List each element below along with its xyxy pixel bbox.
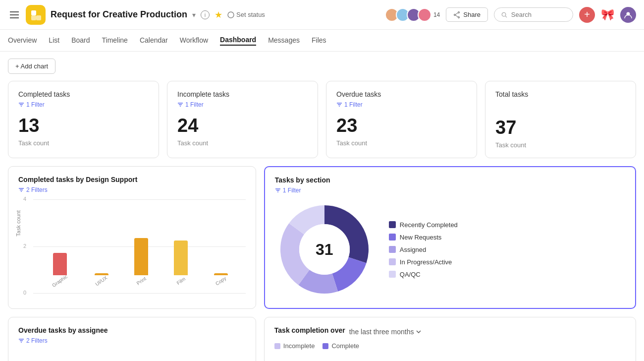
dashboard: Completed tasks 1 Filter 13 Task count I… xyxy=(0,81,644,361)
share-button[interactable]: Share xyxy=(446,7,488,22)
completion-label-incomplete: Incomplete xyxy=(283,342,315,350)
overdue-assignee-card: Overdue tasks by assignee 2 Filters xyxy=(8,317,256,361)
stat-card-incomplete-filter[interactable]: 1 Filter xyxy=(177,101,308,108)
add-chart-button[interactable]: + Add chart xyxy=(8,59,55,74)
bar-copy xyxy=(214,273,228,275)
svg-line-10 xyxy=(505,16,507,17)
svg-line-8 xyxy=(456,15,458,16)
stat-card-total-number: 37 xyxy=(495,117,626,138)
tab-workflow[interactable]: Workflow xyxy=(180,36,208,45)
tab-calendar[interactable]: Calendar xyxy=(140,36,168,45)
user-icon xyxy=(624,10,633,19)
bar-graphic xyxy=(53,253,67,275)
set-status-button[interactable]: Set status xyxy=(227,11,265,18)
tab-overview[interactable]: Overview xyxy=(8,36,37,45)
stat-card-incomplete: Incomplete tasks 1 Filter 24 Task count xyxy=(167,81,318,158)
filter-icon xyxy=(18,338,24,344)
favorite-icon[interactable]: ★ xyxy=(215,9,222,20)
svg-rect-0 xyxy=(31,10,36,15)
task-completion-period-select[interactable]: the last three months xyxy=(349,328,422,336)
title-dropdown-icon[interactable]: ▾ xyxy=(192,11,196,19)
bar-chart-title: Completed tasks by Design Support xyxy=(18,176,246,183)
bar-print xyxy=(134,238,148,275)
tab-timeline[interactable]: Timeline xyxy=(102,36,128,45)
donut-chart-filter[interactable]: 1 Filter xyxy=(275,187,625,194)
bar-chart-area: Task count 4 2 0 xyxy=(18,199,246,294)
tab-files[interactable]: Files xyxy=(312,36,326,45)
bar-group-graphic: Graphic xyxy=(51,253,68,284)
overdue-card-filter[interactable]: 2 Filters xyxy=(18,337,246,344)
user-avatar[interactable] xyxy=(620,7,636,23)
bar-chart-filter[interactable]: 2 Filters xyxy=(18,186,246,193)
stat-card-overdue-filter[interactable]: 1 Filter xyxy=(336,101,467,108)
svg-point-9 xyxy=(502,12,506,16)
logo-icon xyxy=(30,9,41,20)
completion-legend: Incomplete Complete xyxy=(274,342,626,350)
stat-card-overdue-title: Overdue tasks xyxy=(336,90,467,98)
hamburger-menu[interactable] xyxy=(8,9,21,20)
legend-dot-assigned xyxy=(389,246,396,253)
svg-line-7 xyxy=(456,12,458,14)
stat-card-total-label: Task count xyxy=(495,141,626,149)
bar-chart-card: Completed tasks by Design Support 2 Filt… xyxy=(8,166,256,309)
stat-card-overdue-label: Task count xyxy=(336,139,467,147)
topbar-right: 14 Share + 🎀 xyxy=(385,7,636,23)
legend-label-qaqc: QA/QC xyxy=(400,271,421,278)
y-tick-4: 4 xyxy=(23,196,26,202)
bar-film xyxy=(174,241,188,275)
filter-icon xyxy=(275,187,281,193)
legend-label-in-progress: In Progress/Active xyxy=(400,258,452,266)
app-logo xyxy=(26,5,46,25)
bottom-row: Overdue tasks by assignee 2 Filters Task… xyxy=(8,317,636,361)
stat-cards-row: Completed tasks 1 Filter 13 Task count I… xyxy=(8,81,636,158)
bar-group-print: Print xyxy=(134,238,148,284)
stat-card-completed-filter[interactable]: 1 Filter xyxy=(18,101,149,108)
avatar-count: 14 xyxy=(433,11,440,18)
donut-chart-visual: 31 xyxy=(275,200,374,299)
tab-dashboard[interactable]: Dashboard xyxy=(220,36,256,46)
filter-icon xyxy=(18,102,24,108)
legend-item-assigned: Assigned xyxy=(389,246,458,253)
task-completion-header: Task completion over the last three mont… xyxy=(274,326,626,337)
completion-legend-incomplete: Incomplete xyxy=(274,342,315,350)
search-input[interactable] xyxy=(511,11,566,18)
stat-card-incomplete-title: Incomplete tasks xyxy=(177,90,308,98)
toolbar: + Add chart xyxy=(0,52,644,81)
legend-label-recently-completed: Recently Completed xyxy=(400,221,458,229)
search-icon xyxy=(501,11,507,18)
stat-card-completed-label: Task count xyxy=(18,139,149,147)
add-button[interactable]: + xyxy=(579,7,595,23)
y-axis-label: Task count xyxy=(15,210,21,237)
bars-area: Graphic UI/UX Print Film xyxy=(33,199,246,284)
nav-tabs: Overview List Board Timeline Calendar Wo… xyxy=(0,30,644,52)
project-title: Request for Creative Production xyxy=(51,9,187,20)
completion-legend-complete: Complete xyxy=(322,342,359,350)
legend-dot-in-progress xyxy=(389,258,396,265)
legend-label-new-requests: New Requests xyxy=(400,234,442,241)
y-tick-2: 2 xyxy=(23,243,26,249)
info-icon[interactable]: i xyxy=(201,10,210,19)
bar-uiux xyxy=(95,273,108,275)
legend-label-assigned: Assigned xyxy=(400,246,426,253)
svg-point-3 xyxy=(228,12,234,18)
avatar xyxy=(418,8,431,22)
share-icon xyxy=(453,11,460,18)
tab-board[interactable]: Board xyxy=(71,36,90,45)
stat-card-completed: Completed tasks 1 Filter 13 Task count xyxy=(8,81,159,158)
bar-group-uiux: UI/UX xyxy=(95,273,108,284)
svg-rect-1 xyxy=(31,15,36,20)
search-box[interactable] xyxy=(494,7,573,22)
stat-card-completed-number: 13 xyxy=(18,115,149,136)
bar-group-copy: Copy xyxy=(214,273,228,284)
status-circle-icon xyxy=(227,11,234,18)
tab-messages[interactable]: Messages xyxy=(268,36,300,45)
completion-dot-incomplete xyxy=(274,343,280,349)
stat-card-completed-title: Completed tasks xyxy=(18,90,149,98)
notification-icon[interactable]: 🎀 xyxy=(601,8,614,21)
stat-card-overdue: Overdue tasks 1 Filter 23 Task count xyxy=(326,81,477,158)
overdue-card-title: Overdue tasks by assignee xyxy=(18,326,246,334)
donut-chart-title: Tasks by section xyxy=(275,176,625,184)
filter-icon xyxy=(18,187,24,193)
task-completion-title: Task completion over xyxy=(274,326,345,334)
tab-list[interactable]: List xyxy=(49,36,59,45)
